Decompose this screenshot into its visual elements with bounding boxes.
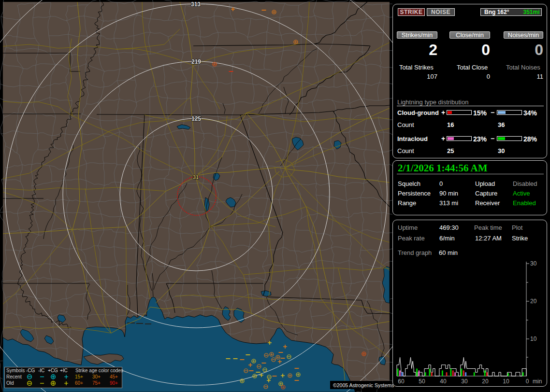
svg-text:min: min [533,378,542,385]
svg-text:40: 40 [440,378,447,385]
svg-text:10: 10 [530,336,537,342]
svg-text:30: 30 [461,378,468,385]
svg-text:50: 50 [419,378,425,385]
svg-text:125: 125 [191,115,201,122]
svg-text:60: 60 [398,378,405,385]
svg-text:0: 0 [526,378,529,385]
svg-text:20: 20 [482,378,489,385]
svg-text:20: 20 [530,298,537,305]
svg-text:30: 30 [530,260,537,267]
svg-text:31: 31 [193,174,199,180]
svg-text:219: 219 [191,58,201,65]
svg-text:10: 10 [503,378,509,385]
svg-text:313: 313 [191,1,201,8]
